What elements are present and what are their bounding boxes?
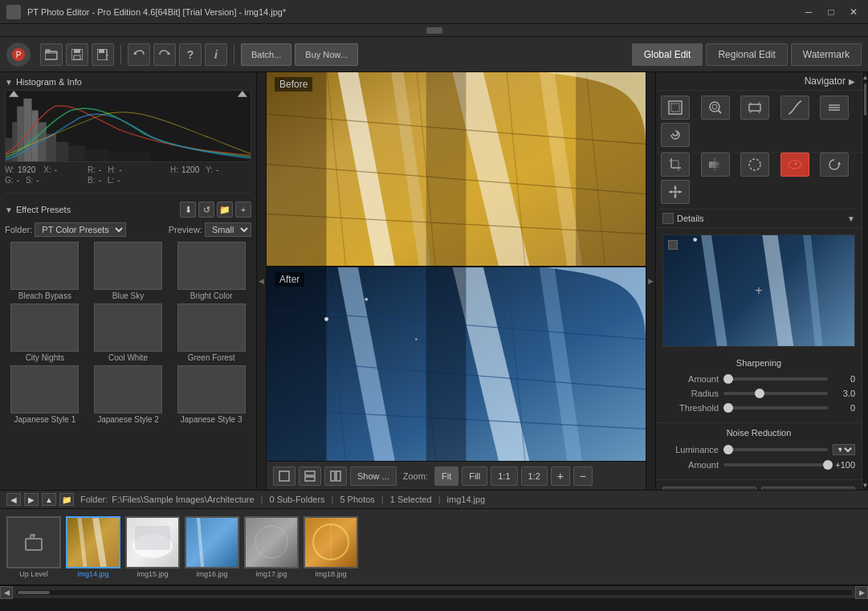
batch-button[interactable]: Batch... bbox=[241, 43, 291, 66]
tool-crop[interactable] bbox=[661, 153, 690, 177]
scroll-right-arrow[interactable]: ▶ bbox=[855, 586, 868, 599]
zoom-fit-button[interactable]: Fit bbox=[434, 466, 458, 486]
thumb-img18[interactable]: img18.jpg bbox=[304, 516, 358, 578]
preset-thumb-japanese-2 bbox=[94, 365, 162, 413]
svg-point-74 bbox=[795, 163, 797, 165]
navigator-preview[interactable]: + bbox=[662, 234, 855, 347]
after-label: After bbox=[275, 272, 304, 287]
nav-up-button[interactable]: ▲ bbox=[42, 493, 56, 506]
tool-rotate[interactable] bbox=[820, 153, 849, 177]
preset-item-bright-color[interactable]: Bright Color bbox=[171, 242, 251, 300]
preset-item-japanese-2[interactable]: Japanese Style 2 bbox=[88, 365, 169, 424]
maximize-button[interactable]: □ bbox=[823, 4, 839, 20]
right-panel-scrollbar[interactable]: ▲ ▼ bbox=[862, 72, 868, 490]
nr-amount-slider[interactable] bbox=[723, 463, 828, 466]
histogram-header[interactable]: ▼ Histogram & Info bbox=[5, 77, 251, 87]
preset-thumb-japanese-3 bbox=[177, 365, 246, 413]
threshold-row: Threshold 0 bbox=[662, 403, 855, 413]
thumb-img16[interactable]: img16.jpg bbox=[185, 516, 239, 578]
selected-count: 1 Selected bbox=[390, 495, 432, 504]
undo-button[interactable] bbox=[128, 43, 150, 66]
scroll-thumb[interactable] bbox=[864, 84, 866, 116]
help-button[interactable]: ? bbox=[179, 43, 202, 66]
zoom-fill-button[interactable]: Fill bbox=[462, 466, 487, 486]
tool-selection[interactable] bbox=[740, 153, 769, 177]
preset-item-japanese-1[interactable]: Japanese Style 1 bbox=[5, 365, 85, 424]
svg-rect-23 bbox=[56, 142, 68, 161]
nav-back-button[interactable]: ◀ bbox=[6, 493, 21, 506]
tool-gradient[interactable] bbox=[701, 153, 730, 177]
preset-item-japanese-3[interactable]: Japanese Style 3 bbox=[171, 365, 251, 424]
nr-amount-thumb[interactable] bbox=[823, 460, 833, 470]
effect-presets-toggle[interactable]: ▼ Effect Presets bbox=[5, 205, 71, 214]
radius-slider[interactable] bbox=[723, 392, 828, 395]
tool-spiral[interactable] bbox=[661, 123, 690, 147]
folder-select[interactable]: PT Color Presets bbox=[35, 222, 126, 237]
tool-position[interactable] bbox=[661, 180, 690, 204]
add-preset-button[interactable]: + bbox=[235, 202, 251, 218]
info-button[interactable]: i bbox=[205, 43, 227, 66]
tool-lens[interactable] bbox=[701, 96, 730, 120]
view-split-h-button[interactable] bbox=[299, 466, 321, 486]
refresh-preset-button[interactable]: ↺ bbox=[198, 202, 214, 218]
close-button[interactable]: ✕ bbox=[846, 4, 862, 20]
view-split-v-button[interactable] bbox=[324, 466, 347, 486]
regional-edit-button[interactable]: Regional Edit bbox=[706, 43, 787, 66]
scroll-down-arrow[interactable]: ▼ bbox=[862, 480, 868, 490]
save-button[interactable] bbox=[66, 43, 88, 66]
right-scroll-arrow[interactable]: ▶ bbox=[646, 72, 655, 490]
preset-item-blue-sky[interactable]: Blue Sky bbox=[88, 242, 169, 300]
thumb-img17[interactable]: img17.jpg bbox=[244, 516, 299, 578]
radius-thumb[interactable] bbox=[755, 389, 764, 398]
svg-rect-89 bbox=[135, 526, 170, 550]
luminance-dropdown[interactable]: ▼ bbox=[833, 444, 855, 455]
scroll-track-bottom[interactable] bbox=[16, 590, 852, 595]
scroll-up-arrow[interactable]: ▲ bbox=[862, 72, 868, 82]
tool-effects[interactable] bbox=[820, 96, 849, 120]
open-folder-button[interactable] bbox=[40, 43, 63, 66]
subfolders-count: 0 Sub-Folders bbox=[269, 495, 324, 504]
zoom-in-button[interactable]: + bbox=[551, 466, 570, 486]
thumb-img14[interactable]: img14.jpg bbox=[66, 516, 120, 578]
luminance-thumb[interactable] bbox=[723, 445, 733, 454]
download-preset-button[interactable]: ⬇ bbox=[180, 202, 196, 218]
save-as-final-button[interactable]: Save As... bbox=[761, 487, 855, 490]
tool-crop-resize[interactable] bbox=[661, 96, 690, 120]
folder-preset-button[interactable]: 📁 bbox=[217, 202, 233, 218]
zoom-1-1-button[interactable]: 1:1 bbox=[491, 466, 517, 486]
save-as-button[interactable]: + bbox=[92, 43, 114, 66]
view-single-button[interactable] bbox=[273, 466, 295, 486]
thumb-uplevel[interactable]: Up Level bbox=[6, 516, 61, 578]
scroll-thumb-bottom[interactable] bbox=[18, 591, 50, 594]
zoom-out-button[interactable]: − bbox=[573, 466, 593, 486]
scroll-left-arrow[interactable]: ◀ bbox=[0, 586, 13, 599]
preset-item-green-forest[interactable]: Green Forest bbox=[171, 303, 251, 362]
buynow-button[interactable]: Buy Now... bbox=[295, 43, 358, 66]
minimize-button[interactable]: ─ bbox=[801, 4, 817, 20]
app-icon bbox=[6, 5, 21, 19]
amount-thumb[interactable] bbox=[723, 374, 733, 384]
amount-slider[interactable] bbox=[723, 377, 828, 381]
left-scroll-arrow[interactable]: ◀ bbox=[257, 72, 267, 490]
nav-forward-button[interactable]: ▶ bbox=[24, 493, 39, 506]
preset-item-bleach-bypass[interactable]: Bleach Bypass bbox=[5, 242, 85, 300]
reset-button[interactable]: Reset bbox=[662, 487, 756, 490]
tool-tone-curve[interactable] bbox=[780, 96, 809, 120]
preset-thumb-green-forest bbox=[177, 303, 246, 352]
preset-item-cool-white[interactable]: Cool White bbox=[88, 303, 169, 362]
redo-button[interactable] bbox=[153, 43, 176, 66]
watermark-button[interactable]: Watermark bbox=[791, 43, 862, 66]
thumb-img15[interactable]: img15.jpg bbox=[125, 516, 180, 578]
nav-folder-button[interactable]: 📁 bbox=[59, 493, 74, 506]
luminance-slider[interactable] bbox=[723, 448, 828, 451]
show-button[interactable]: Show ... bbox=[350, 466, 397, 486]
threshold-thumb[interactable] bbox=[723, 403, 733, 413]
folder-separator-1: | bbox=[261, 495, 263, 504]
preset-item-city-nights[interactable]: City Nights bbox=[5, 303, 85, 362]
tool-redeye[interactable] bbox=[780, 153, 809, 177]
preview-select[interactable]: Small bbox=[205, 222, 251, 237]
threshold-slider[interactable] bbox=[723, 406, 828, 409]
zoom-1-2-button[interactable]: 1:2 bbox=[521, 466, 548, 486]
tool-transform[interactable] bbox=[740, 96, 769, 120]
global-edit-button[interactable]: Global Edit bbox=[632, 43, 703, 66]
